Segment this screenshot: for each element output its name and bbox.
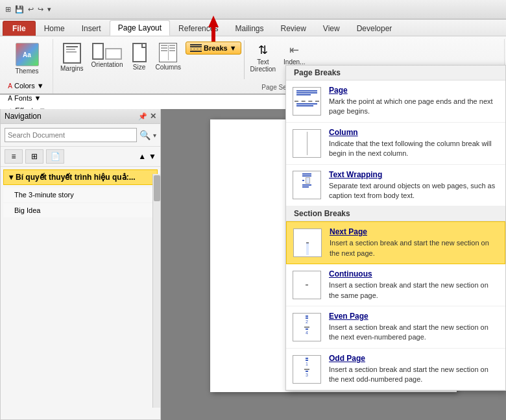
column-break-desc: Indicate that the text following the col… bbox=[329, 140, 492, 157]
fonts-button[interactable]: A Fonts ▼ bbox=[5, 92, 48, 104]
page-break-desc: Mark the point at which one page ends an… bbox=[329, 97, 493, 115]
indent-button[interactable]: ⇤ Inden... bbox=[280, 40, 308, 68]
tab-file[interactable]: File bbox=[3, 21, 36, 36]
even-page-break-title: Even Page bbox=[329, 312, 499, 321]
nav-controls: 📌 ✕ bbox=[138, 112, 156, 121]
page-break-icon bbox=[293, 87, 321, 116]
break-column-item[interactable]: Column Indicate that the text following … bbox=[286, 123, 505, 165]
text-direction-button[interactable]: ⇅ TextDirection bbox=[247, 40, 279, 75]
search-icon[interactable]: 🔍 bbox=[139, 130, 151, 140]
breaks-dropdown: Page Breaks Page Mark the point at which… bbox=[285, 65, 506, 391]
colors-button[interactable]: A Colors ▼ bbox=[5, 80, 48, 92]
nav-content: ▾ Bí quyết thuyết trình hiệu quả:... The… bbox=[1, 167, 160, 419]
continuous-break-title: Continuous bbox=[329, 269, 499, 278]
column-break-icon bbox=[293, 129, 321, 158]
undo-icon[interactable]: ↩ bbox=[28, 5, 34, 14]
break-odd-page-item[interactable]: 1 3 Odd Page Insert a section break and … bbox=[286, 349, 505, 391]
nav-scroll-controls: ▲ ▼ bbox=[138, 152, 156, 161]
continuous-break-icon bbox=[293, 271, 321, 299]
page-break-text: Page Mark the point at which one page en… bbox=[329, 86, 499, 117]
page-breaks-header: Page Breaks bbox=[286, 66, 505, 80]
even-page-break-icon: 2 4 bbox=[293, 313, 321, 341]
tab-mailings[interactable]: Mailings bbox=[226, 21, 272, 36]
odd-page-break-icon: 1 3 bbox=[293, 355, 321, 384]
nav-close-button[interactable]: ✕ bbox=[150, 112, 156, 121]
nav-item-sub1[interactable]: The 3-minute story bbox=[3, 188, 158, 202]
tab-view[interactable]: View bbox=[315, 21, 348, 36]
breaks-label: Breaks ▼ bbox=[204, 44, 237, 52]
continuous-break-text: Continuous Insert a section break and st… bbox=[329, 269, 499, 301]
page-break-title: Page bbox=[329, 86, 499, 95]
tab-home[interactable]: Home bbox=[36, 21, 73, 36]
continuous-break-desc: Insert a section break and start the new… bbox=[329, 281, 488, 299]
columns-label: Columns bbox=[156, 64, 181, 71]
nav-view-list-button[interactable]: ≡ bbox=[5, 149, 23, 164]
nav-title: Navigation bbox=[5, 112, 42, 121]
break-continuous-item[interactable]: Continuous Insert a section break and st… bbox=[286, 264, 505, 306]
break-even-page-item[interactable]: 2 4 Even Page Insert a section break and… bbox=[286, 306, 505, 349]
quick-access-icon[interactable]: ▾ bbox=[47, 5, 51, 14]
nav-view-buttons: ≡ ⊞ 📄 ▲ ▼ bbox=[1, 147, 160, 167]
redo-icon[interactable]: ↪ bbox=[38, 5, 43, 14]
fonts-label: Fonts ▼ bbox=[14, 94, 41, 102]
search-dropdown-icon[interactable]: ▾ bbox=[153, 132, 156, 139]
separator1 bbox=[244, 40, 245, 79]
colors-label: Colors ▼ bbox=[14, 82, 44, 90]
next-page-break-desc: Insert a section break and start the new… bbox=[330, 239, 489, 256]
break-text-wrapping-item[interactable]: Text Wrapping Separate text around objec… bbox=[286, 165, 505, 207]
odd-page-break-text: Odd Page Insert a section break and star… bbox=[329, 354, 499, 385]
ribbon-tabs: File Home Insert Page Layout References … bbox=[0, 19, 506, 36]
size-button[interactable]: Size bbox=[128, 40, 151, 73]
nav-view-page-button[interactable]: 📄 bbox=[46, 149, 64, 164]
themes-button[interactable]: Aa Themes bbox=[12, 40, 42, 77]
nav-item-sub2[interactable]: Big Idea bbox=[3, 203, 158, 217]
break-page-item[interactable]: Page Mark the point at which one page en… bbox=[286, 80, 505, 123]
orientation-label: Orientation bbox=[91, 61, 123, 68]
breaks-button[interactable]: Breaks ▼ bbox=[186, 42, 241, 55]
tab-insert[interactable]: Insert bbox=[73, 21, 110, 36]
even-page-break-desc: Insert a section break and start the new… bbox=[329, 323, 488, 341]
ribbon-group-themes: Aa Themes A Colors ▼ A Fonts ▼ ✦ Effects… bbox=[1, 39, 53, 93]
text-wrapping-break-desc: Separate text around objects on web page… bbox=[329, 182, 495, 199]
nav-scrollbar-thumb[interactable] bbox=[154, 175, 160, 201]
navigation-panel: Navigation 📌 ✕ 🔍 ▾ ≡ ⊞ 📄 ▲ ▼ ▾ Bí quyết … bbox=[0, 109, 161, 420]
text-wrapping-break-title: Text Wrapping bbox=[329, 170, 499, 179]
nav-scrollbar[interactable] bbox=[152, 174, 160, 408]
tab-developer[interactable]: Developer bbox=[348, 21, 401, 36]
odd-page-break-title: Odd Page bbox=[329, 354, 499, 363]
word-icon[interactable]: ⊞ bbox=[5, 5, 11, 14]
text-wrapping-break-text: Text Wrapping Separate text around objec… bbox=[329, 170, 499, 201]
nav-scroll-down[interactable]: ▼ bbox=[149, 152, 156, 161]
nav-scroll-up[interactable]: ▲ bbox=[138, 152, 146, 161]
margins-label: Margins bbox=[60, 65, 84, 72]
nav-heading1-label: Bí quyết thuyết trình hiệu quả:... bbox=[16, 173, 136, 182]
themes-label: Themes bbox=[15, 68, 38, 75]
text-direction-label: TextDirection bbox=[250, 58, 276, 73]
nav-search-row: 🔍 ▾ bbox=[1, 124, 160, 147]
column-break-title: Column bbox=[329, 128, 499, 137]
next-page-break-text: Next Page Insert a section break and sta… bbox=[330, 227, 498, 258]
heading-arrow-icon: ▾ bbox=[9, 173, 13, 182]
save-icon[interactable]: 💾 bbox=[15, 5, 24, 14]
odd-page-break-desc: Insert a section break and start the new… bbox=[329, 365, 488, 383]
title-bar-icons: ⊞ 💾 ↩ ↪ ▾ bbox=[5, 5, 51, 14]
size-label: Size bbox=[133, 64, 145, 71]
orientation-button[interactable]: Orientation bbox=[88, 40, 126, 71]
section-breaks-header: Section Breaks bbox=[286, 206, 505, 221]
text-wrapping-break-icon bbox=[293, 171, 321, 199]
nav-sub1-label: The 3-minute story bbox=[14, 191, 74, 199]
margins-button[interactable]: Margins bbox=[57, 40, 87, 75]
columns-button[interactable]: Columns bbox=[152, 40, 184, 73]
nav-sub2-label: Big Idea bbox=[14, 206, 40, 214]
next-page-break-icon bbox=[293, 229, 322, 257]
search-input[interactable] bbox=[5, 128, 137, 142]
nav-pin-icon[interactable]: 📌 bbox=[138, 112, 147, 121]
tab-review[interactable]: Review bbox=[272, 21, 314, 36]
column-break-text: Column Indicate that the text following … bbox=[329, 128, 499, 159]
nav-view-grid-button[interactable]: ⊞ bbox=[25, 149, 43, 164]
nav-header: Navigation 📌 ✕ bbox=[1, 109, 160, 124]
title-bar: ⊞ 💾 ↩ ↪ ▾ bbox=[0, 0, 506, 19]
break-next-page-item[interactable]: Next Page Insert a section break and sta… bbox=[286, 221, 505, 264]
tab-page-layout[interactable]: Page Layout bbox=[110, 20, 170, 36]
nav-item-heading1[interactable]: ▾ Bí quyết thuyết trình hiệu quả:... bbox=[3, 169, 158, 185]
